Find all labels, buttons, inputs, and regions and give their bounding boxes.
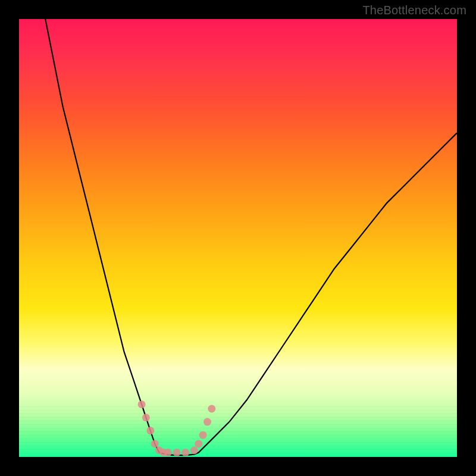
highlight-dot — [173, 449, 181, 456]
highlight-dot — [164, 449, 172, 456]
highlight-dot — [190, 447, 198, 455]
highlight-dot — [195, 440, 202, 447]
highlight-dot — [203, 418, 211, 426]
highlight-dot — [181, 449, 189, 456]
chart-frame: TheBottleneck.com — [0, 0, 476, 476]
plot-area — [19, 19, 457, 457]
highlight-dot — [146, 427, 154, 434]
curve-layer — [19, 19, 457, 457]
highlight-dot — [151, 440, 159, 447]
highlight-dot — [208, 405, 215, 413]
bottleneck-curve — [45, 19, 457, 455]
highlight-dot — [138, 400, 146, 408]
highlight-dot — [199, 431, 207, 439]
watermark-text: TheBottleneck.com — [362, 4, 466, 17]
curve-path — [45, 19, 457, 455]
highlight-dot — [142, 414, 150, 421]
